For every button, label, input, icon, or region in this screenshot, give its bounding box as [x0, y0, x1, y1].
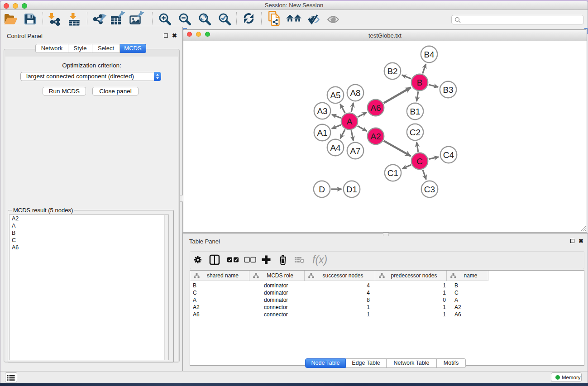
svg-text:A4: A4 — [330, 143, 341, 152]
svg-text:f(x): f(x) — [312, 254, 327, 266]
svg-text:A7: A7 — [350, 146, 360, 156]
svg-text:C3: C3 — [424, 185, 435, 194]
svg-text:A: A — [347, 117, 353, 126]
svg-text:A6: A6 — [370, 103, 381, 113]
svg-text:C2: C2 — [410, 128, 421, 137]
svg-text:B2: B2 — [387, 67, 397, 76]
svg-text:D1: D1 — [346, 185, 357, 194]
svg-text:B: B — [417, 78, 423, 87]
svg-text:C4: C4 — [443, 150, 454, 160]
svg-text:A1: A1 — [317, 128, 327, 138]
svg-text:A2: A2 — [370, 132, 381, 141]
svg-text:A3: A3 — [317, 106, 327, 116]
svg-text:D: D — [319, 185, 325, 194]
svg-text:A5: A5 — [330, 91, 340, 100]
svg-text:B4: B4 — [424, 50, 435, 59]
svg-text:A8: A8 — [350, 88, 360, 98]
svg-text:C1: C1 — [387, 168, 398, 178]
svg-text:B3: B3 — [443, 85, 453, 95]
svg-text:B1: B1 — [410, 107, 420, 116]
svg-text:C: C — [416, 157, 423, 166]
